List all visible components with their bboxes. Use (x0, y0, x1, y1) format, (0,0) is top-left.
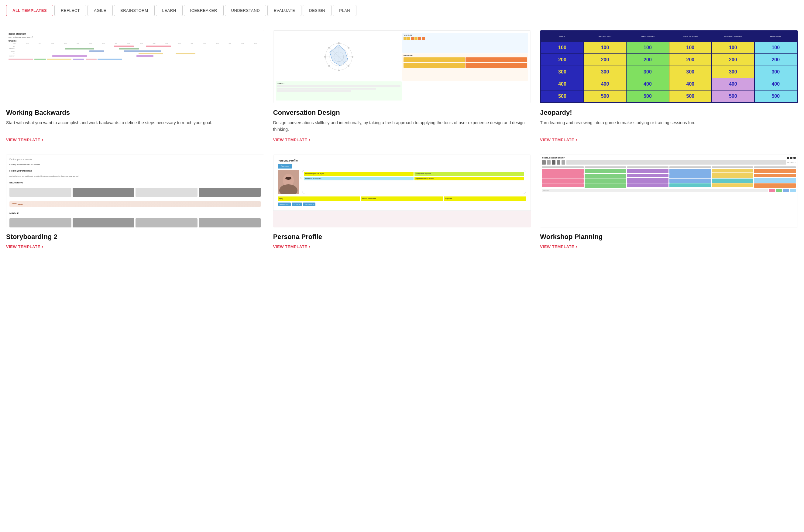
tab-learn[interactable]: LEARN (156, 5, 183, 16)
template-desc-conversation-design: Design conversations skillfully and inte… (273, 120, 531, 133)
template-title-conversation-design: Conversation Design (273, 109, 531, 117)
template-title-working-backwards: Working Backwards (6, 109, 264, 117)
template-card-persona-profile: Persona Profile Sabrina (273, 155, 531, 249)
view-template-link-workshop-planning[interactable]: VIEW TEMPLATE (540, 244, 798, 249)
template-card-storyboarding: Define your scenario Creating a cover vi… (6, 155, 264, 249)
svg-point-17 (279, 184, 297, 194)
template-desc-working-backwards: Start with what you want to accomplish a… (6, 120, 264, 133)
tab-agile[interactable]: AGILE (88, 5, 113, 16)
tab-understand[interactable]: UNDERSTAND (225, 5, 267, 16)
main-content: design statement might we lower our carb… (0, 21, 804, 259)
tab-evaluate[interactable]: EVALUATE (268, 5, 302, 16)
svg-marker-7 (330, 45, 348, 66)
thumbnail-jeopardy[interactable]: le Visual Make Work Playful Free Up Brai… (540, 30, 798, 103)
tab-plan[interactable]: PLAN (333, 5, 357, 16)
view-template-link-persona-profile[interactable]: VIEW TEMPLATE (273, 244, 531, 249)
tab-reflect[interactable]: REFLECT (54, 5, 86, 16)
svg-point-11 (348, 65, 349, 67)
svg-point-9 (348, 47, 349, 49)
nav-tabs: ALL TEMPLATES REFLECT AGILE BRAINSTORM L… (0, 0, 804, 21)
tab-brainstorm[interactable]: BRAINSTORM (114, 5, 155, 16)
template-title-workshop-planning: Workshop Planning (540, 233, 798, 241)
tab-icebreaker[interactable]: ICEBREAKER (184, 5, 224, 16)
template-grid: design statement might we lower our carb… (6, 30, 798, 249)
thumbnail-persona-profile[interactable]: Persona Profile Sabrina (273, 155, 531, 227)
tab-design[interactable]: DESIGN (303, 5, 331, 16)
view-template-link-storyboarding[interactable]: VIEW TEMPLATE (6, 244, 264, 249)
template-title-jeopardy: Jeopardy! (540, 109, 798, 117)
template-card-workshop-planning: POSTILS DESIGN SPRINT (540, 155, 798, 249)
template-title-persona-profile: Persona Profile (273, 233, 531, 241)
svg-point-10 (351, 56, 353, 58)
template-title-storyboarding: Storyboarding 2 (6, 233, 264, 241)
template-card-conversation-design: TASK FLOW WIREFRAME (273, 30, 531, 142)
thumbnail-storyboarding[interactable]: Define your scenario Creating a cover vi… (6, 155, 264, 227)
view-template-link-jeopardy[interactable]: VIEW TEMPLATE (540, 137, 798, 142)
svg-point-18 (285, 177, 291, 180)
svg-point-8 (338, 42, 340, 44)
thumbnail-workshop-planning[interactable]: POSTILS DESIGN SPRINT (540, 155, 798, 227)
svg-point-14 (324, 56, 326, 58)
template-card-working-backwards: design statement might we lower our carb… (6, 30, 264, 142)
svg-point-15 (328, 47, 330, 49)
thumbnail-conversation-design[interactable]: TASK FLOW WIREFRAME (273, 30, 531, 103)
tab-all-templates[interactable]: ALL TEMPLATES (6, 5, 53, 16)
thumbnail-working-backwards[interactable]: design statement might we lower our carb… (6, 30, 264, 103)
template-card-jeopardy: le Visual Make Work Playful Free Up Brai… (540, 30, 798, 142)
svg-point-13 (328, 65, 330, 67)
svg-point-12 (338, 70, 340, 71)
view-template-link-working-backwards[interactable]: VIEW TEMPLATE (6, 137, 264, 142)
template-desc-jeopardy: Turn learning and reviewing into a game … (540, 120, 798, 133)
view-template-link-conversation-design[interactable]: VIEW TEMPLATE (273, 137, 531, 142)
